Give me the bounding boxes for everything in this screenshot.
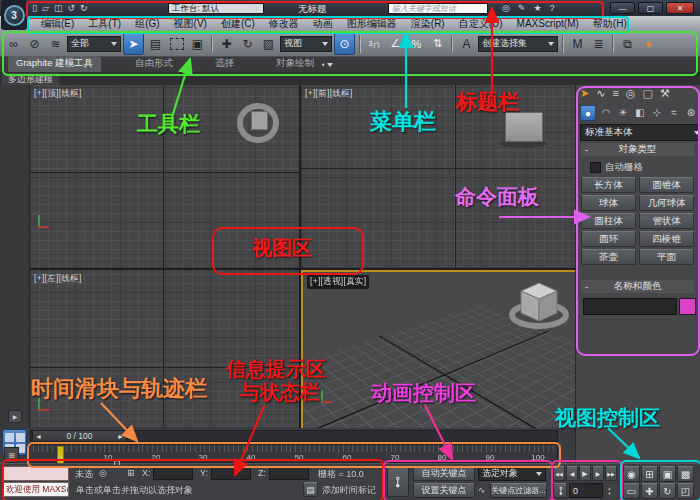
tab-object-paint[interactable]: 对象绘制: [268, 56, 322, 72]
menu-edit[interactable]: 编辑(E): [34, 17, 81, 31]
unlink-selection-icon[interactable]: ⊘: [25, 34, 44, 54]
maxscript-mini-recorder[interactable]: [3, 466, 69, 481]
menu-graph-editors[interactable]: 图形编辑器: [340, 17, 404, 31]
maximize-button[interactable]: ▢: [638, 2, 663, 14]
window-crossing-icon[interactable]: ▣: [188, 34, 207, 54]
display-tab-icon[interactable]: ▢: [642, 87, 652, 100]
teapot-button[interactable]: 茶壶: [581, 249, 636, 265]
menu-tools[interactable]: 工具(T): [81, 17, 128, 31]
workspace-dropdown[interactable]: 工作台: 默认: [168, 3, 264, 14]
frame-spinner[interactable]: ▲▼: [605, 483, 614, 498]
create-tab-icon[interactable]: ➤: [580, 87, 589, 100]
app-menu-button[interactable]: 3: [1, 0, 27, 30]
name-color-rollout[interactable]: -名称和颜色: [581, 280, 694, 293]
key-target-dropdown[interactable]: 选定对象: [478, 466, 546, 481]
zoom-extents-all-icon[interactable]: ▩: [677, 466, 694, 482]
zoom-icon[interactable]: ◉: [623, 466, 640, 482]
tab-selection[interactable]: 选择: [207, 56, 242, 72]
helpers-category-icon[interactable]: ⊹: [650, 105, 664, 119]
new-file-icon[interactable]: ▯: [32, 3, 37, 13]
object-name-field[interactable]: [583, 298, 677, 315]
viewcube-icon[interactable]: [508, 277, 570, 332]
move-icon[interactable]: ✚: [217, 34, 236, 54]
shapes-category-icon[interactable]: ◠: [599, 105, 613, 119]
plane-button[interactable]: 平面: [639, 249, 694, 265]
tab-freeform[interactable]: 自由形式: [127, 56, 181, 72]
minimize-button[interactable]: —: [610, 2, 635, 14]
spinner-snap-icon[interactable]: ⇅: [428, 34, 447, 54]
key-filters-button[interactable]: 关键点过滤器...: [490, 483, 547, 498]
systems-category-icon[interactable]: ⊛: [684, 105, 698, 119]
menu-create[interactable]: 创建(C): [214, 17, 262, 31]
selection-filter-dropdown[interactable]: 全部: [67, 36, 121, 52]
pan-icon[interactable]: ✚: [641, 483, 658, 499]
save-file-icon[interactable]: ◫: [54, 3, 63, 13]
help-icon[interactable]: ?: [549, 3, 554, 13]
named-selection-set-dropdown[interactable]: 创建选择集: [478, 36, 558, 52]
auto-key-button[interactable]: 自动关键点: [413, 466, 475, 481]
modify-tab-icon[interactable]: ∿: [596, 87, 605, 100]
render-setup-icon[interactable]: ●: [639, 34, 658, 54]
y-coordinate-field[interactable]: [211, 467, 251, 480]
keyboard-override-icon[interactable]: A: [457, 34, 476, 54]
frame-forward-icon[interactable]: ►: [117, 433, 124, 440]
open-file-icon[interactable]: ▱: [42, 3, 49, 13]
cylinder-button[interactable]: 圆柱体: [581, 213, 636, 229]
previous-frame-icon[interactable]: ◀: [566, 466, 578, 481]
menu-animation[interactable]: 动画: [306, 17, 340, 31]
menu-rendering[interactable]: 渲染(R): [404, 17, 452, 31]
add-time-tag[interactable]: 添加时间标记: [322, 484, 378, 497]
torus-button[interactable]: 圆环: [581, 231, 636, 247]
track-bar[interactable]: ⊞ 0 10 20 30 40 50 60 70 80 90 100: [27, 444, 558, 463]
go-to-start-icon[interactable]: ◀◀: [553, 466, 565, 481]
lights-category-icon[interactable]: ☀: [616, 105, 630, 119]
isolate-selection-icon[interactable]: ◎: [99, 468, 107, 478]
play-icon[interactable]: ▶: [579, 466, 591, 481]
object-color-swatch[interactable]: [679, 298, 696, 315]
select-by-name-icon[interactable]: ▤: [146, 34, 165, 54]
sphere-button[interactable]: 球体: [581, 195, 636, 211]
maximize-viewport-icon[interactable]: ◰: [677, 483, 694, 499]
redo-icon[interactable]: ↻: [80, 3, 88, 13]
x-coordinate-field[interactable]: [153, 467, 193, 480]
frame-back-icon[interactable]: ◄: [35, 433, 42, 440]
autogrid-checkbox[interactable]: [590, 162, 601, 173]
transform-type-in-icon[interactable]: ⊞: [127, 468, 135, 478]
viewport-top-label[interactable]: [+][顶][线框]: [34, 88, 82, 100]
percent-snap-icon[interactable]: %: [407, 34, 426, 54]
mirror-icon[interactable]: M: [568, 34, 587, 54]
menu-customize[interactable]: 自定义(U): [452, 17, 510, 31]
box-button[interactable]: 长方体: [581, 177, 636, 193]
menu-maxscript[interactable]: MAXScript(M): [510, 18, 586, 29]
menu-modifiers[interactable]: 修改器: [262, 17, 306, 31]
box-object-top-view[interactable]: [251, 111, 268, 130]
expand-ribbon-button[interactable]: ▶: [8, 410, 22, 423]
zoom-region-icon[interactable]: ▭: [623, 483, 640, 499]
select-and-link-icon[interactable]: ∞: [4, 34, 23, 54]
motion-tab-icon[interactable]: ◎: [626, 87, 636, 100]
zoom-all-icon[interactable]: ⊞: [641, 466, 658, 482]
ribbon-minimize-dropdown[interactable]: ▪: [322, 60, 333, 69]
align-icon[interactable]: ≣: [589, 34, 608, 54]
viewport-front-label[interactable]: [+][前][线框]: [305, 88, 353, 100]
geosphere-button[interactable]: 几何球体: [639, 195, 694, 211]
key-mode-toggle-icon[interactable]: ⊶: [553, 483, 567, 498]
cameras-category-icon[interactable]: ◧: [633, 105, 647, 119]
reference-coordinate-dropdown[interactable]: 视图: [280, 36, 332, 52]
tube-button[interactable]: 管状体: [639, 213, 694, 229]
default-tangent-icon[interactable]: ∿: [478, 485, 486, 495]
z-coordinate-field[interactable]: [269, 467, 309, 480]
snap-toggle-icon[interactable]: 3∩: [365, 34, 384, 54]
tab-graphite-modeling[interactable]: Graphite 建模工具: [8, 56, 101, 72]
search-icon[interactable]: ◎: [502, 3, 510, 13]
rotate-icon[interactable]: ↻: [238, 34, 257, 54]
angle-snap-icon[interactable]: ∠: [386, 34, 405, 54]
viewport-perspective[interactable]: [+][透视][真实]: [301, 270, 579, 432]
next-frame-icon[interactable]: ▶: [592, 466, 604, 481]
layer-manager-icon[interactable]: ⧉: [618, 34, 637, 54]
tab-polygon-modeling[interactable]: 多边形建模: [2, 73, 59, 85]
spacewarps-category-icon[interactable]: ≈: [667, 105, 681, 119]
pyramid-button[interactable]: 四棱锥: [639, 231, 694, 247]
close-button[interactable]: ✕: [666, 2, 694, 14]
primitive-category-dropdown[interactable]: 标准基本体: [580, 124, 700, 141]
